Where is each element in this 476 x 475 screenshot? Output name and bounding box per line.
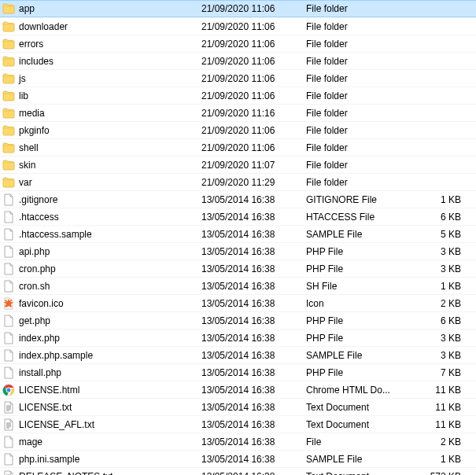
file-row[interactable]: includes21/09/2020 11:06File folder	[0, 52, 476, 69]
file-date-cell: 13/05/2014 16:38	[201, 333, 306, 344]
file-row[interactable]: php.ini.sample13/05/2014 16:38SAMPLE Fil…	[0, 450, 476, 467]
file-name-cell[interactable]: js	[2, 72, 201, 85]
file-date-cell: 21/09/2020 11:29	[201, 177, 306, 188]
file-size-cell: 6 KB	[420, 315, 467, 326]
file-size-cell: 1 KB	[420, 454, 467, 465]
file-date-cell: 13/05/2014 16:38	[201, 471, 306, 476]
folder-icon	[2, 38, 15, 50]
file-name-cell[interactable]: api.php	[2, 245, 201, 258]
file-name-cell[interactable]: LICENSE.html	[2, 384, 201, 396]
file-type-cell: File folder	[306, 21, 420, 32]
file-row[interactable]: skin21/09/2020 11:07File folder	[0, 156, 476, 173]
folder-icon	[2, 176, 15, 189]
file-name-cell[interactable]: .gitignore	[2, 193, 201, 206]
file-name-cell[interactable]: LICENSE.txt	[2, 401, 201, 414]
file-date-cell: 13/05/2014 16:38	[201, 229, 306, 240]
file-date-cell: 21/09/2020 11:07	[201, 160, 306, 171]
file-row[interactable]: LICENSE.html13/05/2014 16:38Chrome HTML …	[0, 381, 476, 398]
file-type-cell: PHP File	[306, 333, 420, 344]
file-date-cell: 21/09/2020 11:16	[201, 108, 306, 119]
favicon-icon	[2, 297, 15, 310]
file-row[interactable]: RELEASE_NOTES.txt13/05/2014 16:38Text Do…	[0, 467, 476, 475]
file-name-cell[interactable]: lib	[2, 90, 201, 102]
file-row[interactable]: media21/09/2020 11:16File folder	[0, 104, 476, 121]
file-name-cell[interactable]: php.ini.sample	[2, 453, 201, 466]
file-type-cell: File folder	[306, 39, 420, 50]
file-row[interactable]: errors21/09/2020 11:06File folder	[0, 35, 476, 52]
file-name-cell[interactable]: RELEASE_NOTES.txt	[2, 470, 201, 476]
file-row[interactable]: shell21/09/2020 11:06File folder	[0, 138, 476, 156]
file-icon	[2, 228, 15, 241]
file-type-cell: File folder	[306, 108, 420, 119]
file-row[interactable]: LICENSE.txt13/05/2014 16:38Text Document…	[0, 398, 476, 415]
file-date-cell: 13/05/2014 16:38	[201, 246, 306, 257]
file-size-cell: 6 KB	[420, 212, 467, 223]
file-date-cell: 13/05/2014 16:38	[201, 298, 306, 309]
file-name-cell[interactable]: shell	[2, 142, 201, 154]
file-icon	[2, 211, 15, 223]
file-row[interactable]: index.php.sample13/05/2014 16:38SAMPLE F…	[0, 346, 476, 363]
file-row[interactable]: cron.sh13/05/2014 16:38SH File1 KB	[0, 277, 476, 294]
file-type-cell: File folder	[306, 3, 420, 14]
file-type-cell: SAMPLE File	[306, 454, 420, 465]
file-row[interactable]: index.php13/05/2014 16:38PHP File3 KB	[0, 329, 476, 346]
file-name-cell[interactable]: includes	[2, 55, 201, 68]
file-name-cell[interactable]: errors	[2, 38, 201, 50]
file-icon	[2, 245, 15, 258]
file-type-cell: PHP File	[306, 246, 420, 257]
file-row[interactable]: .htaccess.sample13/05/2014 16:38SAMPLE F…	[0, 225, 476, 242]
file-date-cell: 13/05/2014 16:38	[201, 402, 306, 413]
file-row[interactable]: lib21/09/2020 11:06File folder	[0, 87, 476, 104]
file-row[interactable]: favicon.ico13/05/2014 16:38Icon2 KB	[0, 294, 476, 311]
file-name-cell[interactable]: skin	[2, 159, 201, 171]
file-row[interactable]: app21/09/2020 11:06File folder	[0, 0, 476, 17]
file-name-cell[interactable]: cron.php	[2, 263, 201, 275]
file-name-label: .htaccess	[19, 212, 59, 223]
file-name-cell[interactable]: app	[2, 2, 201, 15]
file-name-cell[interactable]: media	[2, 107, 201, 120]
file-name-label: var	[19, 177, 32, 188]
file-type-cell: File folder	[306, 142, 420, 153]
file-date-cell: 21/09/2020 11:06	[201, 73, 306, 84]
file-date-cell: 21/09/2020 11:06	[201, 3, 306, 14]
file-name-cell[interactable]: cron.sh	[2, 280, 201, 293]
file-row[interactable]: LICENSE_AFL.txt13/05/2014 16:38Text Docu…	[0, 415, 476, 433]
file-row[interactable]: var21/09/2020 11:29File folder	[0, 173, 476, 190]
file-icon	[2, 366, 15, 379]
file-name-cell[interactable]: favicon.ico	[2, 297, 201, 310]
file-name-cell[interactable]: .htaccess.sample	[2, 228, 201, 241]
file-name-cell[interactable]: LICENSE_AFL.txt	[2, 418, 201, 431]
file-row[interactable]: mage13/05/2014 16:38File2 KB	[0, 433, 476, 450]
file-name-cell[interactable]: pkginfo	[2, 124, 201, 137]
file-size-cell: 1 KB	[420, 281, 467, 292]
file-name-label: install.php	[19, 367, 61, 378]
file-name-label: lib	[19, 90, 28, 101]
file-row[interactable]: pkginfo21/09/2020 11:06File folder	[0, 121, 476, 138]
file-name-cell[interactable]: downloader	[2, 20, 201, 33]
file-row[interactable]: downloader21/09/2020 11:06File folder	[0, 17, 476, 35]
file-row[interactable]: .gitignore13/05/2014 16:38GITIGNORE File…	[0, 190, 476, 208]
file-name-cell[interactable]: .htaccess	[2, 211, 201, 223]
folder-icon	[2, 55, 15, 68]
file-row[interactable]: api.php13/05/2014 16:38PHP File3 KB	[0, 242, 476, 260]
file-size-cell: 11 KB	[420, 402, 467, 413]
file-date-cell: 13/05/2014 16:38	[201, 385, 306, 396]
file-name-cell[interactable]: mage	[2, 436, 201, 448]
file-name-cell[interactable]: get.php	[2, 315, 201, 327]
file-name-label: shell	[19, 142, 39, 153]
file-row[interactable]: get.php13/05/2014 16:38PHP File6 KB	[0, 311, 476, 329]
file-size-cell: 572 KB	[420, 471, 467, 476]
file-date-cell: 13/05/2014 16:38	[201, 350, 306, 361]
file-row[interactable]: .htaccess13/05/2014 16:38HTACCESS File6 …	[0, 208, 476, 225]
file-row[interactable]: cron.php13/05/2014 16:38PHP File3 KB	[0, 260, 476, 277]
file-name-cell[interactable]: index.php	[2, 332, 201, 344]
file-name-cell[interactable]: var	[2, 176, 201, 189]
file-name-cell[interactable]: index.php.sample	[2, 349, 201, 362]
file-type-cell: PHP File	[306, 263, 420, 274]
file-icon	[2, 193, 15, 206]
file-date-cell: 13/05/2014 16:38	[201, 263, 306, 274]
file-row[interactable]: install.php13/05/2014 16:38PHP File7 KB	[0, 363, 476, 381]
file-name-cell[interactable]: install.php	[2, 366, 201, 379]
file-name-label: RELEASE_NOTES.txt	[19, 471, 113, 476]
file-row[interactable]: js21/09/2020 11:06File folder	[0, 69, 476, 87]
